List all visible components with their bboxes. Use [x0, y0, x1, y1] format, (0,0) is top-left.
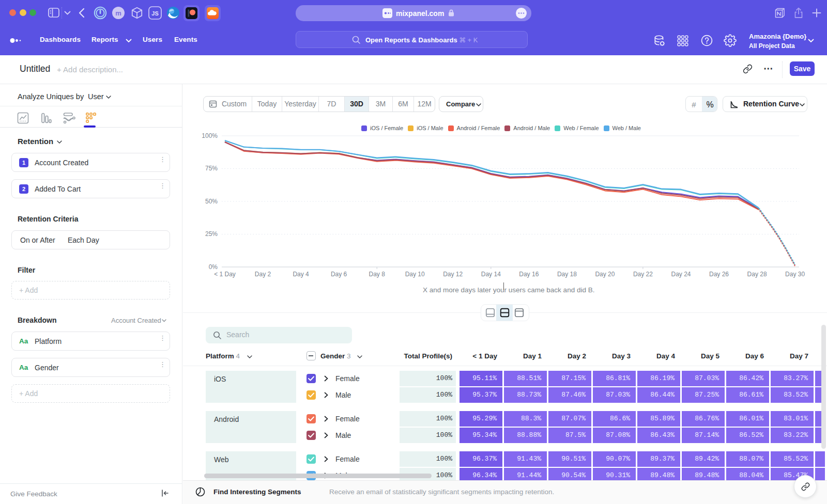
svg-text:50%: 50%: [205, 198, 218, 205]
svg-text:JS: JS: [151, 10, 158, 17]
svg-text:Day 12: Day 12: [443, 271, 463, 278]
svg-text:25%: 25%: [205, 230, 218, 238]
svg-text:Day 26: Day 26: [709, 271, 729, 278]
svg-text:100%: 100%: [202, 132, 218, 139]
svg-text:Day 4: Day 4: [293, 271, 309, 278]
svg-text:Day 18: Day 18: [557, 271, 577, 278]
svg-text:Day 6: Day 6: [331, 271, 347, 278]
svg-text:Day 14: Day 14: [481, 271, 501, 278]
svg-text:75%: 75%: [205, 165, 218, 172]
svg-text:m: m: [115, 9, 121, 17]
svg-text:< 1 Day: < 1 Day: [214, 271, 236, 278]
svg-text:Day 20: Day 20: [595, 271, 615, 278]
svg-text:Day 8: Day 8: [369, 271, 386, 278]
svg-text:Day 10: Day 10: [405, 271, 425, 278]
svg-text:Day 22: Day 22: [633, 271, 653, 278]
svg-text:Day 16: Day 16: [519, 271, 539, 278]
svg-text:Day 28: Day 28: [747, 271, 767, 278]
svg-text:Day 2: Day 2: [255, 271, 271, 278]
svg-text:0%: 0%: [209, 263, 218, 271]
svg-text:Day 30: Day 30: [785, 271, 805, 278]
svg-text:Day 24: Day 24: [671, 271, 691, 278]
